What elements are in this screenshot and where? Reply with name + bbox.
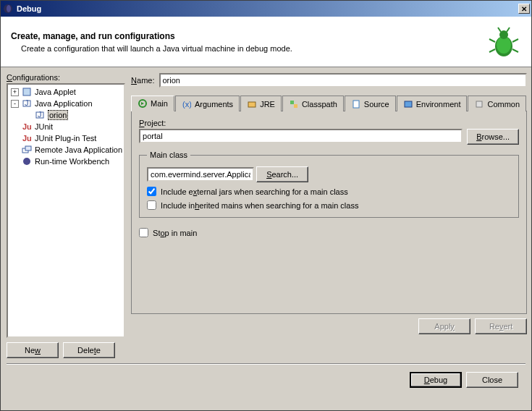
source-tab-icon bbox=[351, 99, 361, 109]
name-label: Name: bbox=[131, 76, 154, 85]
close-window-button[interactable]: ✕ bbox=[518, 4, 530, 14]
project-label: Project: bbox=[139, 119, 519, 127]
include-external-jars-label: Include external jars when searching for… bbox=[161, 187, 348, 196]
svg-text:J: J bbox=[25, 98, 29, 107]
tab-environment[interactable]: Environment bbox=[397, 96, 468, 111]
svg-text:Ju: Ju bbox=[22, 122, 32, 131]
svg-point-1 bbox=[7, 5, 11, 12]
tree-item-junit[interactable]: Ju JUnit bbox=[9, 121, 122, 132]
collapse-icon[interactable]: - bbox=[11, 100, 19, 108]
junit-plugin-icon: Ju bbox=[21, 132, 33, 144]
environment-tab-icon bbox=[403, 99, 413, 109]
apply-button[interactable]: Apply bbox=[418, 318, 470, 334]
name-input[interactable] bbox=[159, 73, 528, 88]
eclipse-icon bbox=[2, 3, 14, 14]
svg-rect-28 bbox=[476, 101, 482, 107]
svg-rect-24 bbox=[290, 101, 294, 104]
common-tab-icon bbox=[474, 99, 484, 109]
window-title: Debug bbox=[17, 4, 518, 13]
tab-jre[interactable]: JRE bbox=[240, 96, 282, 111]
applet-icon bbox=[21, 86, 33, 98]
tab-arguments[interactable]: (x)= Arguments bbox=[175, 96, 240, 111]
svg-rect-25 bbox=[294, 104, 297, 108]
project-input[interactable] bbox=[139, 129, 463, 143]
tree-item-java-application[interactable]: - J Java Application bbox=[9, 98, 122, 109]
bug-icon bbox=[486, 25, 521, 59]
svg-text:J: J bbox=[38, 110, 42, 119]
stop-in-main-checkbox[interactable] bbox=[139, 228, 148, 237]
junit-icon: Ju bbox=[21, 121, 33, 132]
include-external-jars-checkbox[interactable] bbox=[147, 187, 156, 196]
revert-button[interactable]: Revert bbox=[475, 318, 527, 334]
tab-main[interactable]: Main bbox=[131, 96, 174, 111]
title-bar: Debug ✕ bbox=[1, 1, 531, 17]
java-app-icon: J bbox=[21, 98, 33, 109]
svg-line-5 bbox=[498, 27, 501, 32]
main-class-legend: Main class bbox=[147, 151, 190, 159]
tree-item-orion[interactable]: J orion bbox=[9, 109, 122, 121]
delete-button[interactable]: Delete bbox=[63, 342, 115, 358]
jre-tab-icon bbox=[247, 99, 257, 109]
remote-java-icon bbox=[21, 144, 33, 156]
svg-line-7 bbox=[489, 39, 495, 42]
arguments-tab-icon: (x)= bbox=[182, 99, 192, 109]
svg-rect-11 bbox=[23, 88, 30, 96]
tab-classpath[interactable]: Classpath bbox=[282, 96, 344, 111]
tab-common[interactable]: Common bbox=[468, 96, 526, 111]
svg-point-20 bbox=[23, 158, 30, 165]
java-config-icon: J bbox=[34, 109, 46, 121]
header-title: Create, manage, and run configurations bbox=[11, 31, 486, 41]
svg-line-8 bbox=[512, 39, 518, 42]
dialog-footer: Debug Close bbox=[7, 364, 525, 395]
stop-in-main-label: Stop in main bbox=[153, 229, 197, 237]
svg-rect-27 bbox=[405, 101, 412, 107]
dialog-header: Create, manage, and run configurations C… bbox=[1, 17, 531, 67]
main-class-fieldset: Main class Search... Include external ja… bbox=[139, 151, 519, 218]
tree-item-runtime-workbench[interactable]: Run-time Workbench bbox=[9, 156, 122, 167]
new-button[interactable]: New bbox=[7, 342, 59, 358]
svg-rect-26 bbox=[353, 101, 359, 108]
configurations-label: Configurations: bbox=[7, 73, 125, 82]
workbench-icon bbox=[21, 156, 33, 167]
classpath-tab-icon bbox=[289, 99, 299, 109]
header-subtitle: Create a configuration that will launch … bbox=[21, 44, 486, 53]
svg-line-6 bbox=[507, 27, 510, 32]
debug-button[interactable]: Debug bbox=[410, 372, 462, 388]
svg-line-9 bbox=[489, 49, 495, 52]
svg-text:Ju: Ju bbox=[22, 134, 32, 143]
tab-source[interactable]: Source bbox=[345, 96, 396, 111]
browse-button[interactable]: Browse... bbox=[467, 129, 519, 145]
main-class-input[interactable] bbox=[147, 167, 254, 182]
svg-text:(x)=: (x)= bbox=[182, 100, 191, 109]
svg-rect-19 bbox=[25, 146, 31, 151]
main-tab-icon bbox=[138, 98, 148, 109]
expand-icon[interactable]: + bbox=[11, 88, 19, 96]
tab-row: Main (x)= Arguments JRE Classpath Source… bbox=[131, 95, 527, 111]
tree-item-junit-plugin[interactable]: Ju JUnit Plug-in Test bbox=[9, 132, 122, 144]
close-button[interactable]: Close bbox=[466, 372, 518, 388]
svg-rect-23 bbox=[248, 102, 256, 107]
configurations-tree[interactable]: + Java Applet - J Java Application J ori… bbox=[7, 83, 125, 338]
include-inherited-mains-label: Include inherited mains when searching f… bbox=[161, 201, 358, 210]
tree-item-remote-java[interactable]: Remote Java Application bbox=[9, 144, 122, 156]
tab-body: Project: Browse... Main class Search... … bbox=[131, 111, 527, 314]
include-inherited-mains-checkbox[interactable] bbox=[147, 200, 156, 210]
search-button[interactable]: Search... bbox=[256, 166, 308, 182]
svg-line-10 bbox=[512, 49, 518, 52]
tree-item-java-applet[interactable]: + Java Applet bbox=[9, 86, 122, 98]
